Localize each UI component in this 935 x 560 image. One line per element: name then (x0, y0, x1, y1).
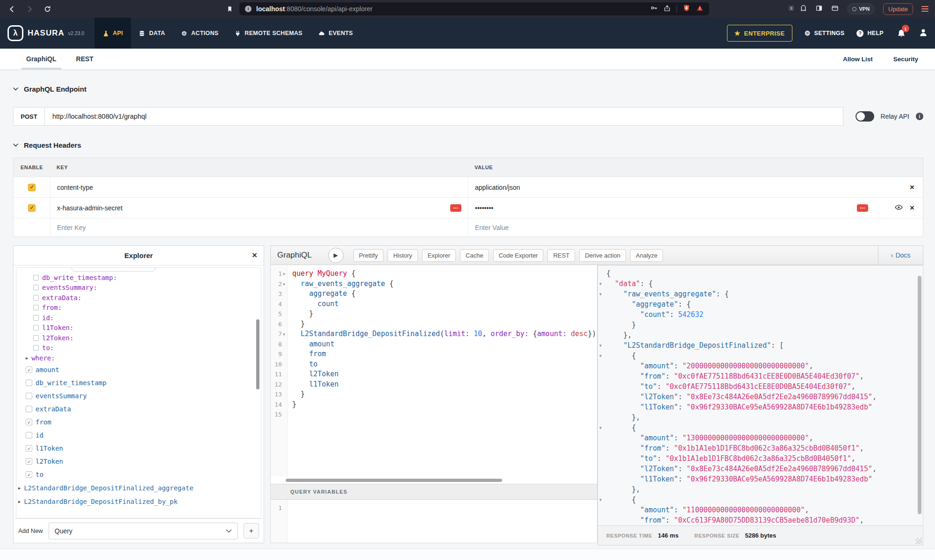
relay-api-toggle[interactable] (856, 111, 874, 122)
docs-button[interactable]: ‹Docs (878, 245, 923, 265)
settings-button[interactable]: ⚙SETTINGS (805, 29, 845, 37)
cache-button[interactable]: Cache (460, 249, 489, 262)
field-checkbox[interactable] (33, 275, 39, 280)
vpn-button[interactable]: VPN (847, 3, 875, 14)
explorer-arg-to[interactable]: to: (16, 343, 261, 353)
field-checkbox[interactable] (26, 406, 32, 412)
explorer-arg-from[interactable]: from: (16, 303, 261, 313)
explorer-field-amount[interactable]: ✓amount (16, 363, 261, 376)
resize-handle[interactable] (916, 538, 922, 544)
explorer-node-l2standardbridge-depositfinalized-aggregate[interactable]: ▶L2StandardBridge_DepositFinalized_aggre… (16, 481, 261, 495)
site-info-icon[interactable]: i (245, 6, 252, 12)
query-code-area[interactable]: 1▼query MyQuery {2▼ raw_events_aggregate… (271, 265, 597, 476)
tab-graphiql[interactable]: GraphiQL (26, 49, 57, 70)
header-value-cell[interactable]: application/json (468, 177, 875, 197)
field-checkbox[interactable] (33, 285, 39, 290)
nav-item-actions[interactable]: ⚙ACTIONS (173, 18, 226, 49)
explorer-field-extradata[interactable]: extraData (16, 402, 261, 416)
explorer-arg-eventssummary[interactable]: eventsSummary: (16, 283, 261, 293)
explorer-arg-l1token[interactable]: l1Token: (16, 323, 261, 333)
notifications-button[interactable]: 1 (896, 28, 907, 39)
field-checkbox[interactable] (33, 345, 39, 351)
hasura-logo-icon[interactable]: λ (7, 25, 23, 41)
tab-rest[interactable]: REST (76, 49, 94, 70)
forward-icon[interactable] (24, 4, 35, 14)
reload-icon[interactable] (42, 4, 52, 14)
remove-header-button[interactable]: × (910, 204, 914, 212)
ghost-extension-icon[interactable] (800, 4, 807, 14)
field-checkbox[interactable]: ✓ (26, 419, 32, 425)
field-checkbox[interactable] (33, 295, 39, 301)
masked-dots-badge[interactable]: ••• (450, 204, 461, 212)
share-icon[interactable] (664, 5, 670, 14)
explorer-node-where[interactable]: ▶where: (16, 353, 261, 363)
enable-checkbox[interactable]: ✓ (28, 204, 36, 212)
brave-shield-icon[interactable] (683, 4, 690, 14)
explorer-field-to[interactable]: ✓to (16, 468, 261, 481)
editor-horizontal-scrollbar[interactable] (271, 478, 597, 483)
field-checkbox[interactable] (26, 432, 32, 438)
analyze-button[interactable]: Analyze (630, 249, 663, 262)
nav-item-data[interactable]: DATA (131, 18, 173, 49)
field-checkbox[interactable] (33, 325, 39, 330)
endpoint-section-header[interactable]: GraphQL Endpoint (13, 85, 923, 93)
enable-checkbox[interactable]: ✓ (28, 184, 36, 191)
header-key-cell[interactable]: x-hasura-admin-secret••• (50, 198, 468, 218)
rest-button[interactable]: REST (547, 249, 575, 262)
split-window-icon[interactable] (815, 5, 823, 14)
user-avatar[interactable] (919, 28, 928, 39)
bookmark-icon[interactable] (224, 4, 235, 14)
key-icon[interactable] (650, 5, 658, 13)
url-bar[interactable]: i localhost:8080/console/api/api-explore… (239, 2, 709, 15)
field-checkbox[interactable]: ✓ (26, 366, 32, 373)
explorer-arg-l2token[interactable]: l2Token: (16, 333, 261, 343)
warning-icon[interactable] (696, 5, 704, 14)
explorer-field-id[interactable]: id (16, 429, 261, 442)
new-header-value-input[interactable] (475, 224, 868, 231)
field-checkbox[interactable] (26, 380, 32, 386)
masked-dots-badge[interactable]: ••• (857, 204, 868, 212)
explorer-node-l2standardbridge-depositfinalized-by-pk[interactable]: ▶L2StandardBridge_DepositFinalized_by_pk (16, 495, 261, 508)
header-value-cell[interactable]: ••••••••••• (468, 198, 875, 218)
field-checkbox[interactable]: ✓ (26, 445, 32, 452)
explorer-arg-extradata[interactable]: extraData: (16, 293, 261, 303)
menu-icon[interactable] (921, 6, 928, 12)
explorer-field-from[interactable]: ✓from (16, 416, 261, 429)
explorer-button[interactable]: Explorer (422, 249, 456, 262)
explorer-field-eventssummary[interactable]: eventsSummary (16, 389, 261, 402)
derive-action-button[interactable]: Derive action (579, 249, 626, 262)
field-checkbox[interactable] (33, 335, 39, 341)
explorer-field-l2token[interactable]: ✓l2Token (16, 455, 261, 468)
info-icon[interactable]: i (916, 113, 923, 120)
update-button[interactable]: Update (883, 3, 913, 15)
help-button[interactable]: ?HELP (856, 30, 884, 37)
remove-header-button[interactable]: × (910, 183, 914, 191)
explorer-scrollbar[interactable] (256, 319, 259, 389)
link-allow-list[interactable]: Allow List (843, 56, 873, 63)
field-checkbox[interactable] (33, 315, 39, 321)
header-key-cell[interactable]: content-type (50, 177, 468, 197)
add-operation-button[interactable]: + (244, 523, 259, 538)
execute-query-button[interactable]: ▶ (328, 248, 344, 263)
headers-section-header[interactable]: Request Headers (13, 141, 923, 149)
nav-item-remote-schemas[interactable]: REMOTE SCHEMAS (226, 18, 310, 49)
nav-item-events[interactable]: EVENTS (310, 18, 361, 49)
history-button[interactable]: History (388, 249, 417, 262)
nav-item-api[interactable]: API (94, 18, 131, 49)
explorer-field-db-write-timestamp[interactable]: db_write_timestamp (16, 376, 261, 389)
explorer-field-l1token[interactable]: ✓l1Token (16, 442, 261, 455)
query-variables-header[interactable]: QUERY VARIABLES (271, 484, 597, 500)
back-icon[interactable] (7, 4, 17, 14)
enterprise-button[interactable]: ★ENTERPRISE (727, 25, 792, 42)
prettify-button[interactable]: Prettify (353, 249, 383, 262)
explorer-arg-db-write-timestamp[interactable]: db_write_timestamp: (16, 273, 261, 283)
graphql-endpoint-input[interactable] (45, 107, 843, 126)
operation-type-select[interactable]: Query (49, 523, 238, 539)
wallet-icon[interactable] (831, 5, 839, 14)
explorer-arg-id[interactable]: id: (16, 313, 261, 323)
code-exporter-button[interactable]: Code Exporter (493, 249, 544, 262)
field-checkbox[interactable]: ✓ (26, 458, 32, 465)
response-scrollbar[interactable] (918, 276, 921, 514)
field-checkbox[interactable]: ✓ (26, 471, 32, 478)
close-icon[interactable]: × (252, 250, 257, 260)
